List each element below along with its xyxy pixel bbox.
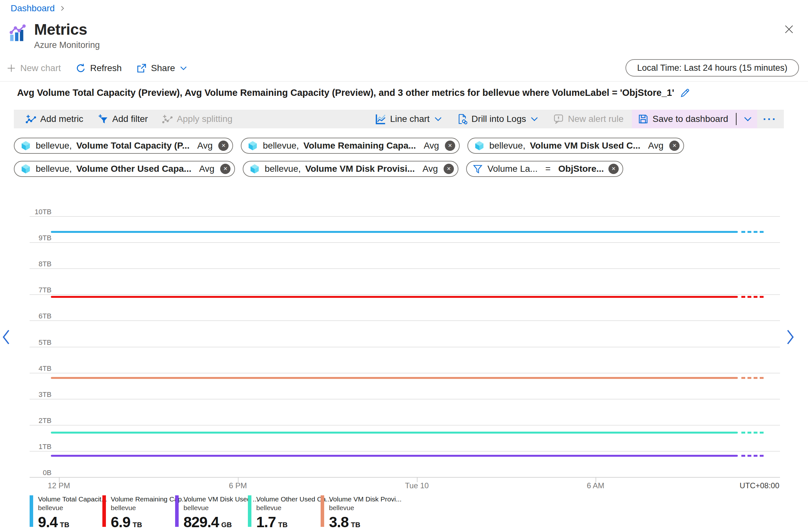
filter-funnel-icon [473,164,483,174]
gridline [30,477,780,478]
new-chart-button[interactable]: New chart [6,63,61,73]
share-button[interactable]: Share [136,63,188,73]
gridline [30,425,780,425]
legend-resource-name: bellevue [256,504,331,512]
gridline [30,242,780,243]
share-label: Share [151,63,175,73]
legend-item[interactable]: Volume Remaining Cap...bellevue6.9TB [103,495,175,531]
metric-pill[interactable]: bellevue,Volume Other Used Capa...Avg✕ [14,161,235,177]
save-to-dashboard-button[interactable]: Save to dashboard [632,110,734,128]
remove-pill-button[interactable]: ✕ [608,164,619,174]
legend-item[interactable]: Volume Other Used Ca...bellevue1.7TB [248,495,320,531]
metrics-logo-icon [9,24,27,42]
y-axis-tick-label: 2TB [30,417,52,425]
chevron-right-icon [59,5,66,12]
chart-plot-area: UTC+08:00 10TB9TB8TB7TB6TB5TB4TB3TB2TB1T… [30,216,780,477]
legend-resource-name: bellevue [38,504,107,512]
add-filter-button[interactable]: Add filter [92,110,154,128]
legend-value: 829.4 [183,513,219,531]
pill-metric-label: Volume VM Disk Provisi... [305,164,415,174]
top-toolbar: New chart Refresh Share [6,60,188,77]
breadcrumb-dashboard-link[interactable]: Dashboard [11,3,55,14]
metric-pill[interactable]: bellevue,Volume VM Disk Used C...Avg✕ [467,138,684,154]
filter-operator-label: = [545,164,550,174]
new-chart-label: New chart [20,63,61,73]
metric-pill[interactable]: bellevue,Volume Remaining Capa...Avg✕ [241,138,459,154]
gridline [30,399,780,399]
add-metric-icon [25,114,36,125]
drill-into-logs-icon [457,114,468,125]
legend-value: 1.7 [256,513,276,531]
legend-color-bar [320,495,324,527]
resource-cube-icon [247,140,258,151]
legend-item[interactable]: Volume VM Disk Provi...bellevue3.8TB [320,495,393,531]
resource-cube-icon [249,164,260,174]
edit-title-button[interactable] [680,88,690,98]
add-metric-label: Add metric [40,114,84,124]
pill-metric-label: Volume Other Used Capa... [76,164,191,174]
save-icon [638,114,649,125]
chart-title-row: Avg Volume Total Capacity (Preview), Avg… [17,88,690,98]
filter-pill[interactable]: Volume La...=ObjStore...✕ [466,161,623,177]
plus-icon [6,63,16,73]
remove-pill-button[interactable]: ✕ [669,140,680,151]
legend-value: 9.4 [38,513,58,531]
add-filter-icon [97,114,109,125]
legend-metric-name: Volume Total Capacit... [38,495,107,503]
pill-scope-label: bellevue, [36,140,72,151]
chart-type-label: Line chart [390,114,430,124]
next-chart-button[interactable] [785,329,796,345]
apply-splitting-icon [162,114,173,125]
drill-into-logs-button[interactable]: Drill into Logs [451,110,545,128]
more-commands-button[interactable]: ··· [760,113,780,126]
pencil-icon [680,88,690,98]
refresh-button[interactable]: Refresh [76,63,122,73]
legend-unit: TB [278,521,288,529]
add-metric-button[interactable]: Add metric [20,110,89,128]
legend-text: Volume VM Disk Used ...bellevue829.4GB [183,495,258,531]
y-axis-tick-label: 4TB [30,364,52,373]
chart-type-button[interactable]: Line chart [369,110,448,128]
apply-splitting-label: Apply splitting [177,114,233,124]
metric-pill[interactable]: bellevue,Volume Total Capacity (P...Avg✕ [14,138,233,154]
save-to-dashboard-group: Save to dashboard [632,110,757,128]
pill-row: bellevue,Volume Other Used Capa...Avg✕be… [14,161,684,177]
line-chart-icon [375,113,386,125]
legend-item[interactable]: Volume VM Disk Used ...bellevue829.4GB [175,495,248,531]
time-range-button[interactable]: Local Time: Last 24 hours (15 minutes) [625,59,799,77]
pill-row: bellevue,Volume Total Capacity (P...Avg✕… [14,138,684,154]
y-axis-tick-label: 9TB [30,234,52,242]
refresh-label: Refresh [90,63,122,73]
pill-rows: bellevue,Volume Total Capacity (P...Avg✕… [14,138,684,177]
legend-item[interactable]: Volume Total Capacit...bellevue9.4TB [30,495,103,531]
chevron-right-icon [785,329,796,345]
x-axis-tick-label: Tue 10 [405,481,429,490]
apply-splitting-button[interactable]: Apply splitting [156,110,238,128]
divider [736,113,736,125]
legend-text: Volume Other Used Ca...bellevue1.7TB [256,495,331,531]
previous-chart-button[interactable] [1,329,12,345]
series-line-dashed-tail [741,231,764,233]
drill-into-logs-label: Drill into Logs [472,114,526,124]
x-axis-tick-label: 6 AM [587,481,605,490]
remove-pill-button[interactable]: ✕ [444,164,454,174]
resource-cube-icon [20,140,31,151]
remove-pill-button[interactable]: ✕ [445,140,455,151]
pill-aggregation-label: Avg [199,164,215,174]
metric-pill[interactable]: bellevue,Volume VM Disk Provisi...Avg✕ [243,161,458,177]
legend-color-bar [248,495,252,527]
remove-pill-button[interactable]: ✕ [218,140,228,151]
save-options-chevron-button[interactable] [738,110,757,128]
refresh-icon [76,63,86,73]
metrics-page: Dashboard Metrics Azure Monitoring [0,0,808,532]
gridline [30,320,780,321]
close-button[interactable] [784,24,794,35]
remove-pill-button[interactable]: ✕ [220,164,231,174]
share-icon [136,63,147,73]
x-axis-tick-label: 12 PM [48,481,70,490]
legend-value-row: 9.4TB [38,513,107,531]
y-axis-tick-label: 0B [30,469,52,477]
timezone-label: UTC+08:00 [740,481,779,490]
new-alert-rule-button[interactable]: New alert rule [547,110,629,128]
breadcrumb: Dashboard [11,3,66,14]
